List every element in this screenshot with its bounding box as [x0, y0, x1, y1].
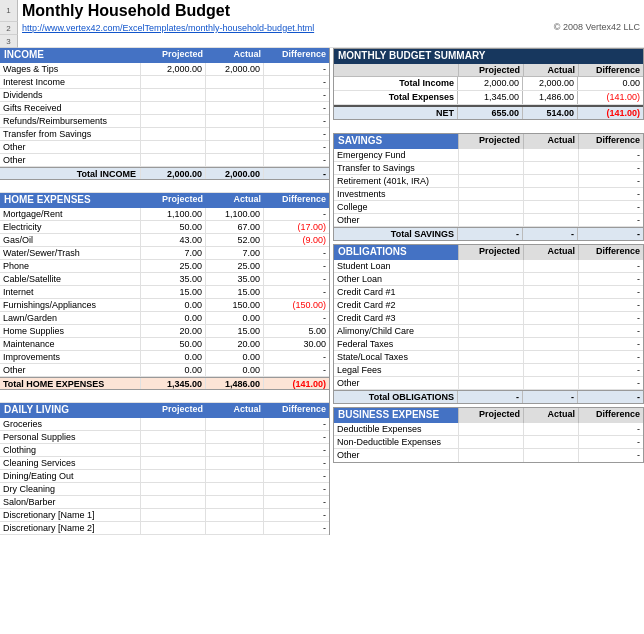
- savings-row-college: College -: [334, 201, 643, 214]
- oblig-row-alimony: Alimony/Child Care -: [334, 325, 643, 338]
- income-diff-hdr: Difference: [264, 48, 329, 63]
- home-row-furnishings: Furnishings/Appliances 0.00 150.00 (150.…: [0, 299, 329, 312]
- daily-row-dry-cleaning: Dry Cleaning -: [0, 483, 329, 496]
- page-title: Monthly Household Budget: [18, 2, 230, 19]
- daily-row-salon: Salon/Barber -: [0, 496, 329, 509]
- income-row-gifts: Gifts Received -: [0, 102, 329, 115]
- home-row-phone: Phone 25.00 25.00 -: [0, 260, 329, 273]
- daily-row-groceries: Groceries -: [0, 418, 329, 431]
- obligations-section: OBLIGATIONS Projected Actual Difference …: [333, 244, 644, 404]
- wages-actual: 2,000.00: [206, 63, 264, 75]
- income-section-header: INCOME Projected Actual Difference: [0, 48, 329, 63]
- home-row-maintenance: Maintenance 50.00 20.00 30.00: [0, 338, 329, 351]
- oblig-row-other-loan: Other Loan -: [334, 273, 643, 286]
- spacer-14: [0, 180, 329, 193]
- home-row-electricity: Electricity 50.00 67.00 (17.00): [0, 221, 329, 234]
- total-income-row: Total INCOME 2,000.00 2,000.00 -: [0, 167, 329, 180]
- row-num-2: 2: [0, 22, 18, 35]
- savings-section: SAVINGS Projected Actual Difference Emer…: [333, 133, 644, 241]
- template-link[interactable]: http://www.vertex42.com/ExcelTemplates/m…: [18, 22, 484, 35]
- income-label: INCOME: [0, 48, 141, 63]
- wages-label: Wages & Tips: [0, 63, 141, 75]
- right-spacer: [333, 123, 644, 133]
- wages-projected: 2,000.00: [141, 63, 206, 75]
- row-num-3: 3: [0, 35, 18, 48]
- total-home-expenses-row: Total HOME EXPENSES 1,345.00 1,486.00 (1…: [0, 377, 329, 390]
- home-row-water: Water/Sewer/Trash 7.00 7.00 -: [0, 247, 329, 260]
- oblig-row-federal: Federal Taxes -: [334, 338, 643, 351]
- oblig-row-cc2: Credit Card #2 -: [334, 299, 643, 312]
- savings-row-investments: Investments -: [334, 188, 643, 201]
- oblig-row-other: Other -: [334, 377, 643, 390]
- summary-net-row: NET 655.00 514.00 (141.00): [334, 105, 643, 119]
- home-row-mortgage: Mortgage/Rent 1,100.00 1,100.00 -: [0, 208, 329, 221]
- daily-row-cleaning: Cleaning Services -: [0, 457, 329, 470]
- title-cell: Monthly Household Budget: [18, 0, 644, 22]
- savings-row-retirement: Retirement (401k, IRA) -: [334, 175, 643, 188]
- savings-row-emergency: Emergency Fund -: [334, 149, 643, 162]
- income-row-refunds: Refunds/Reimbursements -: [0, 115, 329, 128]
- spreadsheet: 1 Monthly Household Budget 2 http://www.…: [0, 0, 644, 535]
- total-savings-row: Total SAVINGS - - -: [334, 227, 643, 240]
- row-num-1: 1: [0, 0, 18, 22]
- business-header-row: BUSINESS EXPENSE Projected Actual Differ…: [334, 408, 643, 423]
- daily-row-clothing: Clothing -: [0, 444, 329, 457]
- daily-row-disc1: Discretionary [Name 1] -: [0, 509, 329, 522]
- home-expenses-label: HOME EXPENSES: [0, 193, 141, 208]
- income-row-other1: Other -: [0, 141, 329, 154]
- total-obligations-row: Total OBLIGATIONS - - -: [334, 390, 643, 403]
- summary-section: MONTHLY BUDGET SUMMARY Projected Actual …: [333, 48, 644, 120]
- income-row-interest: Interest Income -: [0, 76, 329, 89]
- income-row-dividends: Dividends -: [0, 89, 329, 102]
- daily-row-personal: Personal Supplies -: [0, 431, 329, 444]
- savings-header: SAVINGS: [334, 134, 458, 149]
- obligations-header-row: OBLIGATIONS Projected Actual Difference: [334, 245, 643, 260]
- oblig-row-cc1: Credit Card #1 -: [334, 286, 643, 299]
- daily-living-label: DAILY LIVING: [0, 403, 141, 418]
- home-row-internet: Internet 15.00 15.00 -: [0, 286, 329, 299]
- oblig-row-student: Student Loan -: [334, 260, 643, 273]
- daily-row-disc2: Discretionary [Name 2] -: [0, 522, 329, 535]
- daily-row-dining: Dining/Eating Out -: [0, 470, 329, 483]
- biz-row-non-deductible: Non-Deductible Expenses -: [334, 436, 643, 449]
- income-actual-hdr: Actual: [206, 48, 264, 63]
- oblig-row-state: State/Local Taxes -: [334, 351, 643, 364]
- copyright: © 2008 Vertex42 LLC: [484, 22, 644, 35]
- income-row-transfer: Transfer from Savings -: [0, 128, 329, 141]
- summary-expenses-row: Total Expenses 1,345.00 1,486.00 (141.00…: [334, 91, 643, 105]
- spacer-30: [0, 390, 329, 403]
- savings-row-other: Other -: [334, 214, 643, 227]
- home-row-gas: Gas/Oil 43.00 52.00 (9.00): [0, 234, 329, 247]
- summary-header: MONTHLY BUDGET SUMMARY: [334, 49, 643, 64]
- income-row-other2: Other -: [0, 154, 329, 167]
- business-expense-section: BUSINESS EXPENSE Projected Actual Differ…: [333, 407, 644, 463]
- business-header: BUSINESS EXPENSE: [334, 408, 458, 423]
- wages-diff: -: [264, 63, 329, 75]
- income-row-wages: Wages & Tips 2,000.00 2,000.00 -: [0, 63, 329, 76]
- home-row-supplies: Home Supplies 20.00 15.00 5.00: [0, 325, 329, 338]
- home-expenses-header: HOME EXPENSES Projected Actual Differenc…: [0, 193, 329, 208]
- savings-row-transfer: Transfer to Savings -: [334, 162, 643, 175]
- home-row-other: Other 0.00 0.00 -: [0, 364, 329, 377]
- home-row-cable: Cable/Satellite 35.00 35.00 -: [0, 273, 329, 286]
- obligations-header: OBLIGATIONS: [334, 245, 458, 260]
- daily-living-header: DAILY LIVING Projected Actual Difference: [0, 403, 329, 418]
- oblig-row-legal: Legal Fees -: [334, 364, 643, 377]
- oblig-row-cc3: Credit Card #3 -: [334, 312, 643, 325]
- biz-row-other: Other -: [334, 449, 643, 462]
- home-row-improvements: Improvements 0.00 0.00 -: [0, 351, 329, 364]
- summary-col-headers: Projected Actual Difference: [334, 64, 643, 77]
- biz-row-deductible: Deductible Expenses -: [334, 423, 643, 436]
- savings-header-row: SAVINGS Projected Actual Difference: [334, 134, 643, 149]
- summary-income-row: Total Income 2,000.00 2,000.00 0.00: [334, 77, 643, 91]
- income-projected-hdr: Projected: [141, 48, 206, 63]
- home-row-lawn: Lawn/Garden 0.00 0.00 -: [0, 312, 329, 325]
